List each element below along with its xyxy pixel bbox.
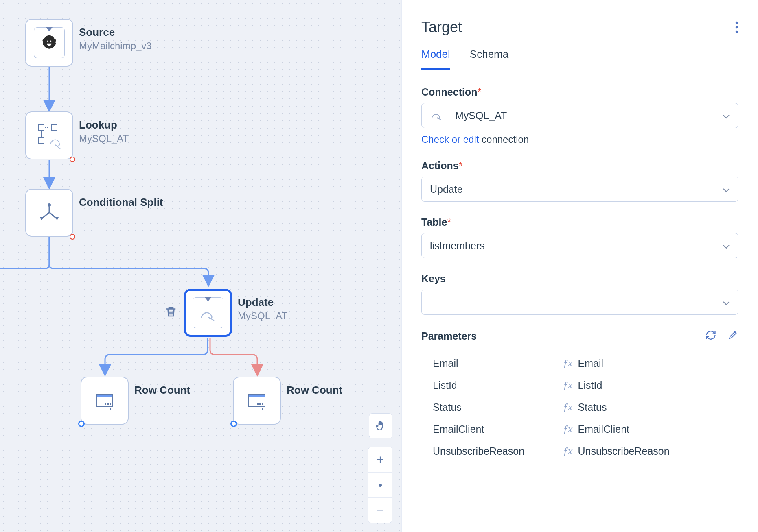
svg-rect-14 [107,406,109,407]
node-subtitle: MySQL_AT [79,133,129,144]
connectors-layer [0,0,401,532]
node-box[interactable] [233,377,281,425]
flow-canvas[interactable]: Source MyMailchimp_v3 Lookup MySQL_AT [0,0,401,532]
svg-point-5 [48,203,51,207]
fx-icon: ƒx [563,401,572,413]
node-box[interactable] [25,189,73,237]
svg-rect-22 [259,406,261,407]
table-select[interactable]: listmembers [421,233,738,258]
parameter-row[interactable]: UnsubscribeReasonƒxUnsubscribeReason [421,440,738,462]
select-value: listmembers [430,240,485,252]
param-name: Status [433,401,563,413]
fx-icon: ƒx [563,379,572,391]
connection-select[interactable]: MySQL_AT [421,103,738,128]
param-value: Status [578,401,607,413]
more-options-button[interactable] [735,21,738,33]
mysql-icon [430,107,444,124]
svg-rect-11 [105,403,106,405]
param-name: Email [433,358,563,369]
actions-select[interactable]: Update [421,177,738,202]
keys-select[interactable] [421,290,738,315]
svg-rect-21 [262,403,263,405]
panel-tabs: Model Schema [402,48,758,70]
fx-icon: ƒx [563,445,572,457]
node-labels: Source MyMailchimp_v3 [79,19,152,52]
parameters-header: Parameters [421,329,738,342]
pan-tool-button[interactable] [369,413,392,438]
svg-point-25 [379,484,382,487]
svg-rect-9 [96,394,113,397]
error-indicator [70,157,75,162]
refresh-parameters-button[interactable] [705,329,716,342]
field-label: Actions* [421,160,738,172]
lookup-icon [35,121,64,150]
node-labels: Row Count [287,377,342,398]
output-port[interactable] [230,421,237,427]
node-row-count-1[interactable]: Row Count [81,377,190,425]
node-subtitle: MyMailchimp_v3 [79,40,152,52]
param-name: UnsubscribeReason [433,445,563,457]
node-title: Row Count [134,384,190,397]
field-label: Keys [421,273,738,285]
fx-icon: ƒx [563,357,572,369]
connection-helper: Check or edit connection [421,134,738,145]
svg-rect-15 [110,406,111,407]
output-port[interactable] [78,421,85,427]
zoom-in-button[interactable]: + [368,447,392,472]
tab-model[interactable]: Model [421,48,450,70]
mysql-icon [193,297,223,328]
node-labels: Row Count [134,377,190,398]
param-value: Email [578,358,604,369]
select-value: Update [430,183,463,195]
node-update[interactable]: Update MySQL_AT [184,289,287,337]
field-label: Connection* [421,86,738,98]
svg-rect-3 [38,137,44,143]
field-connection: Connection* MySQL_AT Check or edit conne… [421,86,738,145]
field-actions: Actions* Update [421,160,738,202]
mailchimp-icon [34,27,65,58]
svg-point-26 [736,22,738,24]
node-box[interactable] [81,377,129,425]
param-value: ListId [578,379,602,391]
node-conditional-split[interactable]: Conditional Split [25,189,163,237]
svg-rect-1 [51,124,57,130]
param-value: UnsubscribeReason [578,445,670,457]
parameter-row[interactable]: EmailClientƒxEmailClient [421,418,738,440]
parameters-list: EmailƒxEmailListIdƒxListIdStatusƒxStatus… [421,352,738,462]
chevron-down-icon [723,240,730,252]
svg-rect-19 [257,403,259,405]
parameters-label: Parameters [421,330,477,342]
error-indicator [70,234,75,240]
edit-parameters-button[interactable] [728,329,738,342]
parameter-row[interactable]: StatusƒxStatus [421,396,738,418]
node-title: Update [238,296,287,309]
svg-point-28 [736,31,738,33]
panel-title: Target [421,19,462,36]
zoom-fit-button[interactable] [368,472,392,497]
field-keys: Keys [421,273,738,315]
field-label: Table* [421,216,738,228]
parameter-row[interactable]: ListIdƒxListId [421,374,738,396]
check-or-edit-link[interactable]: Check or edit [421,134,479,145]
param-name: ListId [433,379,563,391]
node-labels: Update MySQL_AT [238,289,287,322]
node-box[interactable] [184,289,232,337]
node-labels: Lookup MySQL_AT [79,111,129,144]
tab-schema[interactable]: Schema [470,48,508,70]
split-icon [36,199,63,226]
svg-rect-12 [107,403,109,405]
param-value: EmailClient [578,423,629,435]
zoom-out-button[interactable]: − [368,497,392,523]
node-row-count-2[interactable]: Row Count [233,377,342,425]
delete-node-button[interactable] [165,305,177,321]
node-lookup[interactable]: Lookup MySQL_AT [25,111,129,159]
rowcount-icon [93,389,116,412]
field-table: Table* listmembers [421,216,738,258]
node-source[interactable]: Source MyMailchimp_v3 [25,19,152,67]
node-title: Source [79,26,152,39]
chevron-down-icon [723,110,730,122]
parameter-row[interactable]: EmailƒxEmail [421,352,738,374]
svg-point-27 [736,26,738,28]
node-box[interactable] [25,19,73,67]
node-box[interactable] [25,111,73,159]
